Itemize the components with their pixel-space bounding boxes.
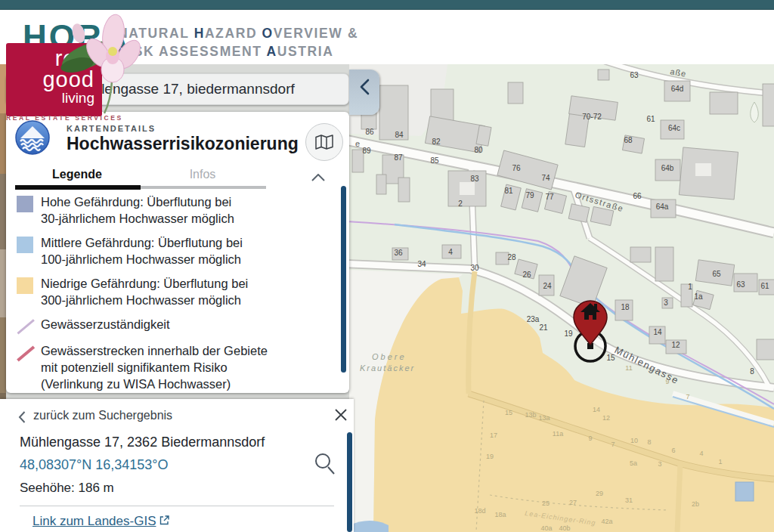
collapse-panel-button[interactable] [311,171,325,184]
result-address: Mühlengasse 17, 2362 Biedermannsdorf [20,435,265,450]
building-footprint [710,92,738,114]
site-title-segment: USTRIA [277,44,334,59]
house-number-faint: 8 [647,438,651,446]
close-panel-button[interactable] [334,408,348,425]
house-number: 83 [470,175,479,183]
chevron-left-icon [18,411,26,426]
sidebar-collapse-tab[interactable] [349,70,379,115]
house-number: 76 [512,164,521,172]
legend-item: Gewässerstrecken innerhalb der Gebiete m… [15,342,333,392]
house-number: 2 [458,200,463,208]
site-title-segment: A [266,44,277,59]
house-number: 4 [448,248,453,256]
house-number: 15 [606,354,615,362]
top-bar [0,0,774,10]
house-number: 68 [624,136,633,144]
house-number-faint: 3 [658,460,661,468]
panel-title: Hochwasserrisikozonierung [67,134,299,154]
house-number: 70-72 [582,113,602,121]
building-footprint [376,175,386,194]
zoom-to-result-button[interactable] [313,452,336,479]
house-number: 82 [432,138,441,146]
flood-hazard-icon [15,120,50,158]
courtyard [695,163,711,176]
result-elevation: Seehöhe: 186 m [20,481,114,496]
panel-kicker: KARTENDETAILS [67,124,156,133]
house-number-faint: 2b [692,500,699,508]
legend-scrollbar[interactable] [341,186,346,373]
house-number: 81 [504,187,513,195]
house-number-faint: 40a [540,524,552,532]
building-footprint [763,84,774,126]
house-number-faint: 4 [699,450,703,457]
landes-gis-link-label: Link zum Landes-GIS [33,514,156,528]
search-result-panel: zurück zum Suchergebnis Mühlengasse 17, … [0,399,354,532]
house-number-faint: 11a [553,430,563,438]
building-footprint [630,247,651,262]
site-title-line2: RISK ASSESSMENT AUSTRIA [118,42,358,60]
house-number-faint: 6 [671,447,675,454]
legend-item-label: Mittlere Gefährdung: Überflutung bei 100… [41,234,243,268]
active-tab-indicator [15,185,141,190]
tab-infos[interactable]: Infos [142,168,263,181]
street-label: Krautäcker [360,363,415,373]
map-layer-button[interactable] [305,123,343,161]
house-number: 26 [522,271,531,279]
house-number-faint: 42a [601,518,612,525]
house-number-faint: 18d [474,507,485,515]
house-number-faint: 9 [588,435,592,442]
house-number: 19 [564,329,573,338]
site-title-segment: ASSESSMENT [159,44,266,59]
building-footprint [496,252,509,264]
house-number: 65 [712,270,721,278]
result-coordinates: 48,08307°N 16,34153°O [20,457,169,473]
chevron-up-icon [311,174,325,181]
tab-track [15,186,266,189]
house-number: 80 [474,146,483,154]
house-number: 87 [394,153,403,162]
legend-swatch [17,196,33,212]
building-footprint [398,178,410,202]
house-number: 84 [395,131,404,139]
house-number: 14 [653,328,662,336]
divider [20,506,334,506]
house-number-faint: 25 [542,500,550,507]
house-number-faint: 31 [625,496,633,504]
house-number: 30 [470,264,479,272]
map-canvas[interactable]: 86848280898785832767481797770-726364d616… [349,64,774,532]
house-number-faint: 12 [602,414,610,422]
house-number-faint: 7 [611,441,615,448]
legend-item-label: Hohe Gefährdung: Überflutung bei 30-jähr… [41,193,234,227]
legend-item-label: Niedrige Gefährdung: Überflutung bei 300… [41,275,248,308]
building-footprint [598,70,609,80]
legend-item-label: Gewässerzuständigkeit [41,316,170,335]
house-number: 36 [394,249,403,257]
result-scrollbar[interactable] [347,432,352,532]
building-footprint [508,82,523,104]
site-title-line1: NATURAL HAZARD OVERVIEW & [118,24,358,42]
street-label: e [355,139,360,148]
house-number-faint: 13a [538,414,550,422]
back-to-results-link[interactable]: zurück zum Suchergebnis [33,409,172,422]
house-number: 66 [633,192,642,200]
house-number: 61 [760,282,769,290]
house-number: 86 [365,128,374,136]
legend-item: Niedrige Gefährdung: Überflutung bei 300… [15,275,333,308]
site-title-segment: VERVIEW [274,26,348,41]
tab-legende[interactable]: Legende [17,168,138,181]
house-number: 28 [507,253,516,261]
house-number-faint: 19 [486,453,494,460]
house-number-faint: 13b [525,411,536,419]
house-number-faint: 5a [630,459,637,467]
house-number: 24 [543,282,552,290]
site-title-segment: O [262,26,274,41]
house-number: 64c [668,124,680,132]
map-marker[interactable] [574,301,607,361]
magnifier-icon [313,452,336,476]
landes-gis-link[interactable]: Link zum Landes-GIS [33,514,169,529]
building-footprint [655,247,673,281]
legend-list: Hohe Gefährdung: Überflutung bei 30-jähr… [15,193,333,400]
legend-swatch [17,277,33,294]
map-details-panel: KARTENDETAILS Hochwasserrisikozonierung … [6,112,349,393]
house-number-faint: 29 [596,490,603,497]
